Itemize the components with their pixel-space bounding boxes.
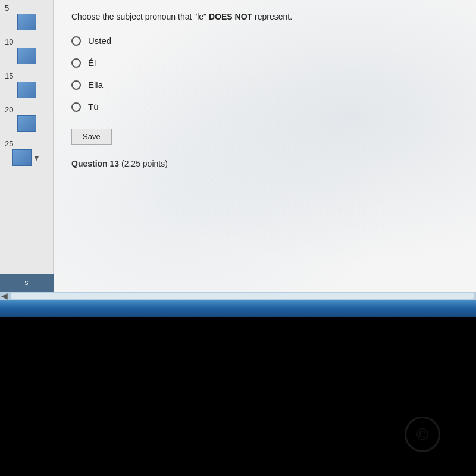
- sidebar-bottom-label: s: [25, 278, 29, 287]
- sidebar-icon-5[interactable]: [17, 14, 36, 30]
- radio-el[interactable]: [71, 58, 81, 68]
- question-text-bold: DOES NOT: [209, 12, 252, 21]
- sidebar-item-25[interactable]: 25 ▼: [0, 136, 53, 170]
- sidebar-icon-10[interactable]: [17, 48, 36, 64]
- sidebar-item-15[interactable]: 15: [0, 68, 53, 102]
- watermark: ©: [405, 416, 440, 452]
- sidebar-number-20: 20: [0, 105, 13, 114]
- option-ella[interactable]: Ella: [71, 80, 458, 90]
- next-question-points: (2.25 points): [119, 159, 168, 168]
- option-label-ella: Ella: [88, 80, 103, 90]
- sidebar-number-15: 15: [0, 71, 13, 80]
- next-question-bold: Question 13: [71, 159, 119, 168]
- scrollbar-track[interactable]: [11, 293, 474, 299]
- sidebar-item-20[interactable]: 20: [0, 102, 53, 136]
- sidebar-number-10: 10: [0, 37, 13, 46]
- sidebar-item-10[interactable]: 10: [0, 34, 53, 68]
- options-list: Usted Él Ella Tú: [71, 36, 458, 112]
- radio-usted[interactable]: [71, 36, 81, 46]
- scroll-left-icon[interactable]: ◀: [0, 291, 9, 300]
- option-label-usted: Usted: [88, 36, 111, 46]
- save-button[interactable]: Save: [71, 129, 112, 145]
- black-area: ©: [0, 317, 476, 476]
- sidebar-icon-15[interactable]: [17, 82, 36, 98]
- blue-banner: [0, 300, 476, 317]
- sidebar-number-5: 5: [0, 4, 9, 12]
- question-text: Choose the subject pronoun that "le" DOE…: [71, 12, 458, 21]
- sidebar-icon-25[interactable]: [12, 149, 32, 166]
- radio-tu[interactable]: [71, 102, 81, 112]
- next-question-area: Question 13 (2.25 points): [71, 159, 458, 168]
- option-label-el: Él: [88, 58, 96, 68]
- sidebar-number-25: 25: [0, 139, 13, 148]
- option-el[interactable]: Él: [71, 58, 458, 68]
- sidebar-icon-20[interactable]: [17, 115, 36, 132]
- sidebar-bottom: s: [0, 274, 54, 292]
- radio-ella[interactable]: [71, 80, 81, 90]
- option-tu[interactable]: Tú: [71, 102, 458, 112]
- sidebar: 5 10 15 20 25 ▼: [0, 0, 54, 292]
- chevron-down-icon[interactable]: ▼: [33, 153, 41, 162]
- option-label-tu: Tú: [88, 102, 99, 112]
- question-text-prefix: Choose the subject pronoun that "le": [71, 12, 209, 21]
- quiz-content: Choose the subject pronoun that "le" DOE…: [54, 0, 476, 292]
- sidebar-item-5[interactable]: 5: [0, 0, 53, 34]
- option-usted[interactable]: Usted: [71, 36, 458, 46]
- scrollbar-area[interactable]: ◀: [0, 292, 476, 300]
- question-text-suffix: represent.: [252, 12, 292, 21]
- next-question-label: Question 13 (2.25 points): [71, 159, 458, 168]
